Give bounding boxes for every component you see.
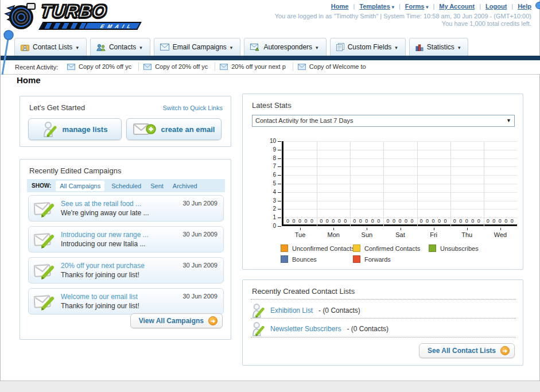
recent-activity-text: Copy of 20% off yc xyxy=(155,63,208,70)
contact-list-item[interactable]: Newsletter Subscribers - (0 Contacts) xyxy=(252,321,389,336)
gridline xyxy=(283,166,517,167)
tab-contacts[interactable]: Contacts xyxy=(90,38,150,56)
campaign-row[interactable]: See us at the retail food ... We're givi… xyxy=(28,195,224,222)
contacts-icon xyxy=(96,44,106,51)
campaign-row[interactable]: 20% off your next purchase Thanks for jo… xyxy=(28,257,224,284)
recent-activity-label: Recent Activity: xyxy=(15,64,58,71)
x-axis-tick-label: Mon xyxy=(317,231,350,238)
filter-all-campaigns[interactable]: All Campaigns xyxy=(56,181,104,191)
logo-bar: EMAIL xyxy=(38,22,141,30)
tab-statistics[interactable]: Statistics xyxy=(409,38,469,56)
y-axis-tick-mark xyxy=(278,184,281,184)
x-axis-tick-mark xyxy=(401,228,401,230)
filter-archived[interactable]: Archived xyxy=(173,183,197,189)
recent-activity-text: Copy of Welcome to xyxy=(309,63,366,70)
campaigns-filter-bar: SHOW: All Campaigns Scheduled Sent Archi… xyxy=(27,179,225,192)
switch-to-quick-links[interactable]: Switch to Quick Links xyxy=(162,104,223,111)
tab-contact-lists[interactable]: Contact Lists xyxy=(14,38,87,56)
y-axis-tick-label: 5 xyxy=(257,180,276,187)
view-all-campaigns-label: View All Campaigns xyxy=(139,317,204,325)
data-value-label: 0 xyxy=(432,218,435,224)
header-link-home[interactable]: Home xyxy=(331,3,349,10)
manage-lists-button[interactable]: manage lists xyxy=(28,118,122,140)
recent-activity-bar: Recent Activity: Copy of 20% off yc Copy… xyxy=(1,60,540,75)
latest-stats-panel: Latest Stats Contact Activity for the La… xyxy=(242,94,523,270)
campaigns-panel: Recently Edited Campaigns SHOW: All Camp… xyxy=(20,159,231,340)
autoresponders-icon xyxy=(250,44,260,51)
contact-list-link[interactable]: Exhibition List xyxy=(270,306,313,315)
recent-activity-item[interactable]: 20% off your next p xyxy=(215,62,293,71)
y-axis-tick-mark xyxy=(278,226,281,227)
tab-custom-fields[interactable]: Custom Fields xyxy=(330,38,406,56)
envelope-plus-icon xyxy=(133,122,156,137)
help-bubble-icon[interactable] xyxy=(535,2,540,9)
recent-activity-items: Copy of 20% off yc Copy of 20% off yc 20… xyxy=(63,62,373,71)
data-value-label: 0 xyxy=(398,218,401,224)
legend-swatch xyxy=(353,255,360,263)
campaign-title[interactable]: Welcome to our email list xyxy=(61,293,138,301)
data-value-label: 0 xyxy=(344,218,347,224)
tab-email-campaigns[interactable]: Email Campaigns xyxy=(154,38,241,56)
legend-label: Unconfirmed Contacts xyxy=(292,245,355,252)
header-link-templates[interactable]: Templates xyxy=(348,3,394,10)
y-axis-tick-mark xyxy=(278,158,281,159)
credits-text: You have 1,000 total credits left. xyxy=(442,20,531,27)
data-value-label: 0 xyxy=(286,218,289,224)
custom-fields-icon xyxy=(336,43,344,51)
view-all-campaigns-button[interactable]: View All Campaigns xyxy=(130,313,223,328)
data-value-label: 0 xyxy=(377,218,380,224)
data-value-label: 0 xyxy=(298,218,301,224)
x-axis-tick-label: Tue xyxy=(283,231,317,238)
y-axis-tick-label: 10 xyxy=(257,138,276,144)
x-axis-tick-mark xyxy=(367,228,367,230)
x-axis-tick-mark xyxy=(500,228,501,230)
y-axis-tick-mark xyxy=(278,201,281,201)
dotted-divider xyxy=(251,299,516,300)
x-axis-tick-label: Fri xyxy=(417,231,450,238)
campaign-date: 30 Jun 2009 xyxy=(182,293,217,300)
recent-activity-item[interactable]: Copy of 20% off yc xyxy=(63,62,139,71)
gridline xyxy=(283,184,517,184)
header-link-help[interactable]: Help xyxy=(507,3,531,10)
y-axis-tick-mark xyxy=(278,150,281,150)
header-nav: HomeTemplatesFormsMy AccountLogoutHelp xyxy=(331,3,531,10)
recent-activity-item[interactable]: Copy of 20% off yc xyxy=(139,62,215,71)
filter-sent[interactable]: Sent xyxy=(150,183,164,189)
x-axis-tick-label: Sun xyxy=(350,231,383,238)
legend-label: Bounces xyxy=(292,256,317,263)
campaign-title[interactable]: Introducing our new range ... xyxy=(61,231,149,239)
campaign-title[interactable]: See us at the retail food ... xyxy=(61,200,141,208)
y-axis-tick-label: 1 xyxy=(257,214,276,220)
chart-group-divider xyxy=(450,141,451,226)
header-link-my-account[interactable]: My Account xyxy=(428,3,475,10)
data-value-label: 0 xyxy=(305,218,308,224)
tab-autoresponders[interactable]: Autoresponders xyxy=(244,38,326,56)
create-email-button[interactable]: create an email xyxy=(126,118,222,140)
page-footer-strip xyxy=(0,381,540,392)
envelope-pencil-icon xyxy=(34,231,56,249)
y-axis-tick-mark xyxy=(278,218,281,218)
y-axis-tick-mark xyxy=(278,141,281,142)
y-axis-tick-label: 9 xyxy=(257,146,276,153)
header-link-logout[interactable]: Logout xyxy=(475,3,507,10)
data-value-label: 0 xyxy=(320,218,323,224)
envelope-pencil-icon xyxy=(34,262,56,280)
legend-label: Forwards xyxy=(364,256,391,263)
see-all-contact-lists-button[interactable]: See All Contact Lists xyxy=(419,343,515,358)
header-link-forms[interactable]: Forms xyxy=(394,3,429,10)
recent-activity-text: 20% off your next p xyxy=(231,63,286,70)
contact-list-link[interactable]: Newsletter Subscribers xyxy=(270,325,341,333)
contact-list-count: - (0 Contacts) xyxy=(347,325,389,333)
campaign-row[interactable]: Introducing our new range ... Introducin… xyxy=(28,226,224,253)
manage-lists-label: manage lists xyxy=(63,125,108,134)
y-axis-tick-label: 6 xyxy=(257,172,276,178)
contact-list-item[interactable]: Exhibition List - (0 Contacts) xyxy=(252,303,360,318)
campaign-row[interactable]: Welcome to our email list Thanks for joi… xyxy=(28,288,224,315)
campaign-subtitle: Introducing our new Italia ... xyxy=(61,240,145,248)
campaign-title[interactable]: 20% off your next purchase xyxy=(61,262,145,270)
recent-activity-item[interactable]: Copy of Welcome to xyxy=(293,62,373,71)
stats-period-select[interactable]: Contact Activity for the Last 7 Days xyxy=(252,115,515,127)
y-axis-tick-label: 2 xyxy=(257,205,276,212)
filter-scheduled[interactable]: Scheduled xyxy=(111,183,141,189)
data-value-label: 0 xyxy=(487,218,490,224)
